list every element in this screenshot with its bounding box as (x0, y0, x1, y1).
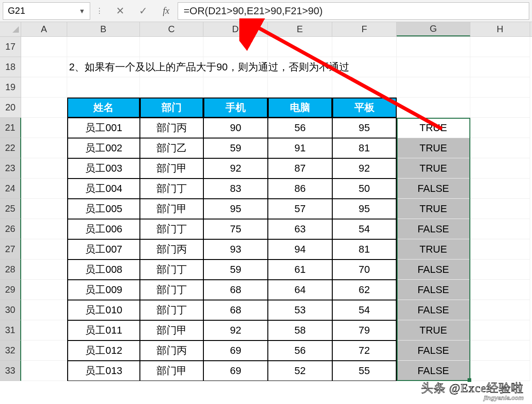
table-cell-name[interactable]: 员工013 (67, 361, 140, 381)
row-header-27[interactable]: 27 (0, 239, 21, 260)
table-cell-dept[interactable]: 部门丁 (140, 280, 203, 300)
table-header-phone[interactable]: 手机 (203, 98, 268, 118)
table-cell-dept[interactable]: 部门丁 (140, 219, 203, 239)
row-header-17[interactable]: 17 (0, 37, 21, 57)
table-cell-name[interactable]: 员工005 (67, 199, 140, 219)
row-header-23[interactable]: 23 (0, 158, 21, 179)
table-header-tablet[interactable]: 平板 (332, 98, 397, 118)
table-cell-tablet[interactable]: 50 (332, 179, 397, 199)
table-cell-pc[interactable]: 57 (268, 199, 332, 219)
table-cell-phone[interactable]: 90 (203, 118, 268, 138)
table-cell-phone[interactable]: 69 (203, 361, 268, 381)
table-cell-dept[interactable]: 部门乙 (140, 138, 203, 158)
cell-A26[interactable] (21, 219, 67, 239)
table-cell-tablet[interactable]: 81 (332, 138, 397, 158)
table-cell-name[interactable]: 员工007 (67, 239, 140, 260)
result-cell[interactable]: FALSE (397, 260, 470, 280)
table-header-pc[interactable]: 电脑 (268, 98, 332, 118)
cell-A23[interactable] (21, 158, 67, 179)
row-header-19[interactable]: 19 (0, 77, 21, 98)
table-cell-pc[interactable]: 86 (268, 179, 332, 199)
row-header-22[interactable]: 22 (0, 138, 21, 158)
table-cell-tablet[interactable]: 54 (332, 219, 397, 239)
cell-C18[interactable] (140, 57, 203, 77)
cell-F17[interactable] (332, 37, 397, 57)
table-cell-phone[interactable]: 69 (203, 341, 268, 361)
cancel-icon[interactable]: ✕ (109, 2, 132, 20)
table-cell-name[interactable]: 员工012 (67, 341, 140, 361)
cell-A19[interactable] (21, 77, 67, 98)
cell-A21[interactable] (21, 118, 67, 138)
col-header-D[interactable]: D (203, 22, 268, 36)
row-header-24[interactable]: 24 (0, 179, 21, 199)
table-cell-tablet[interactable]: 70 (332, 260, 397, 280)
table-header-name[interactable]: 姓名 (67, 98, 140, 118)
cell-H18[interactable] (470, 57, 530, 77)
cell-A29[interactable] (21, 280, 67, 300)
col-header-C[interactable]: C (140, 22, 203, 36)
table-cell-tablet[interactable]: 72 (332, 341, 397, 361)
cell-D17[interactable] (203, 37, 268, 57)
row-header-25[interactable]: 25 (0, 199, 21, 219)
table-cell-name[interactable]: 员工003 (67, 158, 140, 179)
col-header-H[interactable]: H (470, 22, 530, 36)
col-header-E[interactable]: E (268, 22, 332, 36)
table-cell-pc[interactable]: 52 (268, 361, 332, 381)
table-cell-dept[interactable]: 部门甲 (140, 158, 203, 179)
table-cell-dept[interactable]: 部门丁 (140, 260, 203, 280)
table-cell-dept[interactable]: 部门丙 (140, 239, 203, 260)
cell-A33[interactable] (21, 361, 67, 381)
cell-H27[interactable] (470, 239, 530, 260)
result-cell[interactable]: TRUE (397, 239, 470, 260)
table-cell-tablet[interactable]: 95 (332, 118, 397, 138)
row-header-28[interactable]: 28 (0, 260, 21, 280)
cell-G17[interactable] (397, 37, 470, 57)
cell-A27[interactable] (21, 239, 67, 260)
cell-H21[interactable] (470, 118, 530, 138)
cell-G20[interactable] (397, 98, 470, 118)
cell-D19[interactable] (203, 77, 268, 98)
cell-A25[interactable] (21, 199, 67, 219)
cell-A31[interactable] (21, 320, 67, 341)
row-header-20[interactable]: 20 (0, 98, 21, 118)
table-cell-tablet[interactable]: 95 (332, 199, 397, 219)
cell-G18[interactable] (397, 57, 470, 77)
result-cell[interactable]: FALSE (397, 219, 470, 239)
table-cell-phone[interactable]: 75 (203, 219, 268, 239)
table-cell-tablet[interactable]: 55 (332, 361, 397, 381)
table-cell-dept[interactable]: 部门丁 (140, 179, 203, 199)
cell-A22[interactable] (21, 138, 67, 158)
table-cell-name[interactable]: 员工002 (67, 138, 140, 158)
cell-A32[interactable] (21, 341, 67, 361)
cell-A28[interactable] (21, 260, 67, 280)
table-cell-name[interactable]: 员工001 (67, 118, 140, 138)
result-cell[interactable]: TRUE (397, 158, 470, 179)
col-header-A[interactable]: A (21, 22, 67, 36)
cell-A18[interactable] (21, 57, 67, 77)
table-cell-name[interactable]: 员工006 (67, 219, 140, 239)
cell-H20[interactable] (470, 98, 530, 118)
table-cell-dept[interactable]: 部门甲 (140, 361, 203, 381)
table-cell-pc[interactable]: 64 (268, 280, 332, 300)
enter-icon[interactable]: ✓ (132, 2, 155, 20)
table-cell-pc[interactable]: 91 (268, 138, 332, 158)
cell-H22[interactable] (470, 138, 530, 158)
cell-G19[interactable] (397, 77, 470, 98)
table-cell-phone[interactable]: 68 (203, 280, 268, 300)
result-cell[interactable]: TRUE (397, 118, 470, 138)
dropdown-icon[interactable]: ▼ (79, 7, 85, 15)
table-cell-pc[interactable]: 63 (268, 219, 332, 239)
result-cell[interactable]: FALSE (397, 361, 470, 381)
cell-B17[interactable] (67, 37, 140, 57)
table-cell-dept[interactable]: 部门丁 (140, 300, 203, 320)
cell-H29[interactable] (470, 280, 530, 300)
cell-A30[interactable] (21, 300, 67, 320)
table-cell-tablet[interactable]: 62 (332, 280, 397, 300)
table-cell-phone[interactable]: 68 (203, 300, 268, 320)
table-header-dept[interactable]: 部门 (140, 98, 203, 118)
cell-A20[interactable] (21, 98, 67, 118)
result-cell[interactable]: TRUE (397, 320, 470, 341)
result-cell[interactable]: FALSE (397, 341, 470, 361)
cell-H17[interactable] (470, 37, 530, 57)
select-all-corner[interactable] (0, 22, 21, 36)
